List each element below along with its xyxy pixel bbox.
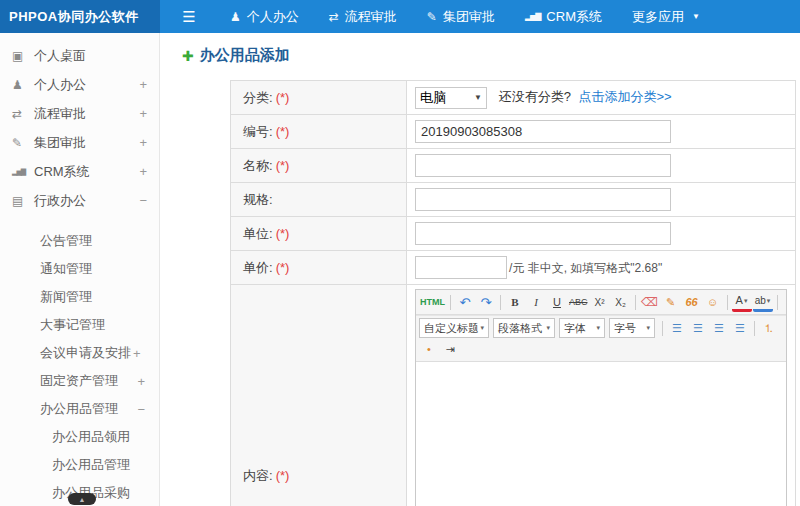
- sidebar-item-memorabilia-management[interactable]: 大事记管理: [0, 311, 159, 339]
- field-label: 单价:: [243, 260, 273, 275]
- sidebar-item-office-supplies-manage[interactable]: 办公用品管理: [0, 451, 159, 479]
- required-mark: (*): [276, 124, 290, 139]
- justify-button[interactable]: ☰: [730, 318, 750, 338]
- toolbar-separator: [777, 295, 778, 310]
- ordered-list-button[interactable]: ⒈: [759, 318, 779, 338]
- italic-button[interactable]: I: [526, 292, 546, 312]
- redo-button[interactable]: ↷: [476, 292, 496, 312]
- form-row-price: 单价:(*) /元 非中文, 如填写格式"2.68": [231, 251, 796, 285]
- edit-icon: ✎: [427, 10, 437, 24]
- collapse-minus-icon[interactable]: −: [139, 193, 147, 208]
- add-category-link[interactable]: 点击添加分类>>: [578, 89, 671, 104]
- office-supply-form: 分类:(*) 电脑 ▼ 还没有分类? 点击添加分类>> 编号:(*): [230, 80, 796, 506]
- undo-button[interactable]: ↶: [455, 292, 475, 312]
- emotion-button[interactable]: ☺: [703, 292, 723, 312]
- form-row-name: 名称:(*): [231, 149, 796, 183]
- custom-title-select[interactable]: 自定义标题▾: [419, 318, 489, 338]
- no-category-hint: 还没有分类?: [499, 89, 571, 104]
- nav-process-approval[interactable]: ⇄ 流程审批: [329, 8, 397, 26]
- sidebar-item-label: CRM系统: [34, 163, 90, 181]
- font-size-select[interactable]: 字号▾: [609, 318, 655, 338]
- bold-button[interactable]: B: [505, 292, 525, 312]
- align-center-button[interactable]: ☰: [688, 318, 708, 338]
- sidebar-item-crm-system[interactable]: ▂▅▇ CRM系统 +: [0, 157, 159, 186]
- sidebar-item-personal-office[interactable]: ♟ 个人办公 +: [0, 70, 159, 99]
- editor-content-area[interactable]: [416, 362, 786, 506]
- collapse-minus-icon[interactable]: −: [137, 402, 145, 417]
- name-input[interactable]: [415, 154, 671, 177]
- select-label: 字号: [614, 321, 636, 336]
- nav-group-approval[interactable]: ✎ 集团审批: [427, 8, 495, 26]
- sidebar-item-news-management[interactable]: 新闻管理: [0, 283, 159, 311]
- blockquote-button[interactable]: 66: [682, 292, 702, 312]
- font-color-label: A: [736, 295, 743, 306]
- expand-plus-icon[interactable]: +: [139, 77, 147, 92]
- price-input[interactable]: [415, 256, 507, 279]
- nav-personal-office[interactable]: ♟ 个人办公: [230, 8, 299, 26]
- hamburger-menu-icon[interactable]: ☰: [160, 0, 218, 33]
- html-source-button[interactable]: HTML: [419, 292, 446, 312]
- required-mark: (*): [276, 226, 290, 241]
- unordered-list-button[interactable]: •: [419, 339, 439, 359]
- nav-label: 流程审批: [345, 8, 397, 26]
- required-mark: (*): [276, 158, 290, 173]
- archive-icon: ▤: [12, 194, 34, 208]
- sidebar-item-admin-office[interactable]: ▤ 行政办公 −: [0, 186, 159, 215]
- field-label: 编号:: [243, 124, 273, 139]
- scroll-top-button[interactable]: ▲: [68, 493, 96, 505]
- sidebar-item-personal-desktop[interactable]: ▣ 个人桌面: [0, 41, 159, 70]
- sidebar-item-label: 办公用品管理: [52, 456, 130, 474]
- field-label: 分类:: [243, 90, 273, 105]
- format-painter-button[interactable]: ✎: [661, 292, 681, 312]
- top-navigation: ♟ 个人办公 ⇄ 流程审批 ✎ 集团审批 ▂▅▇ CRM系统 更多应用 ▼: [230, 0, 700, 33]
- required-mark: (*): [276, 90, 290, 105]
- highlight-color-button[interactable]: ab▾: [753, 293, 773, 312]
- required-mark: (*): [276, 468, 290, 483]
- editor-toolbar-row1: HTML ↶ ↷ B I U ABC X² X₂ ⌫: [416, 290, 786, 315]
- sidebar-item-notification-management[interactable]: 通知管理: [0, 255, 159, 283]
- font-color-button[interactable]: A▾: [732, 293, 752, 312]
- caret-down-icon: ▾: [646, 324, 650, 332]
- category-selected-value: 电脑: [420, 89, 446, 107]
- toolbar-separator: [500, 295, 501, 310]
- underline-button[interactable]: U: [547, 292, 567, 312]
- bar-chart-icon: ▂▅▇: [525, 12, 540, 21]
- sidebar-item-fixed-assets-management[interactable]: 固定资产管理 +: [0, 367, 159, 395]
- sidebar: ▣ 个人桌面 ♟ 个人办公 + ⇄ 流程审批 + ✎ 集团审批 + ▂▅▇ CR…: [0, 33, 160, 506]
- rich-text-editor: HTML ↶ ↷ B I U ABC X² X₂ ⌫: [415, 289, 787, 506]
- nav-more-apps[interactable]: 更多应用 ▼: [632, 8, 700, 26]
- price-label: 单价:(*): [231, 251, 407, 285]
- flow-icon: ⇄: [329, 10, 339, 24]
- sidebar-item-label: 个人桌面: [34, 47, 86, 65]
- number-input[interactable]: [415, 120, 671, 143]
- align-left-button[interactable]: ☰: [667, 318, 687, 338]
- expand-plus-icon[interactable]: +: [137, 374, 145, 389]
- sidebar-item-label: 集团审批: [34, 134, 86, 152]
- sidebar-item-label: 通知管理: [40, 260, 92, 278]
- superscript-button[interactable]: X²: [590, 292, 610, 312]
- paragraph-format-select[interactable]: 段落格式▾: [493, 318, 555, 338]
- expand-plus-icon[interactable]: +: [133, 346, 141, 361]
- sidebar-item-office-supplies-requisition[interactable]: 办公用品领用: [0, 423, 159, 451]
- sidebar-item-announcement-management[interactable]: 公告管理: [0, 227, 159, 255]
- strikethrough-button[interactable]: ABC: [568, 292, 589, 312]
- select-label: 自定义标题: [424, 321, 479, 336]
- unit-input[interactable]: [415, 222, 671, 245]
- category-select[interactable]: 电脑 ▼: [415, 87, 487, 109]
- indent-button[interactable]: ⇥: [440, 339, 460, 359]
- expand-plus-icon[interactable]: +: [139, 164, 147, 179]
- field-label: 规格:: [243, 192, 273, 207]
- sidebar-item-process-approval[interactable]: ⇄ 流程审批 +: [0, 99, 159, 128]
- nav-crm-system[interactable]: ▂▅▇ CRM系统: [525, 8, 602, 26]
- font-family-select[interactable]: 字体▾: [559, 318, 605, 338]
- sidebar-item-office-supplies-management[interactable]: 办公用品管理 −: [0, 395, 159, 423]
- align-right-button[interactable]: ☰: [709, 318, 729, 338]
- sidebar-item-group-approval[interactable]: ✎ 集团审批 +: [0, 128, 159, 157]
- expand-plus-icon[interactable]: +: [139, 135, 147, 150]
- expand-plus-icon[interactable]: +: [139, 106, 147, 121]
- spec-input[interactable]: [415, 188, 671, 211]
- sidebar-item-meeting-request[interactable]: 会议申请及安排 +: [0, 339, 159, 367]
- subscript-button[interactable]: X₂: [611, 292, 631, 312]
- remove-format-button[interactable]: ⌫: [640, 292, 660, 312]
- spec-label: 规格:: [231, 183, 407, 217]
